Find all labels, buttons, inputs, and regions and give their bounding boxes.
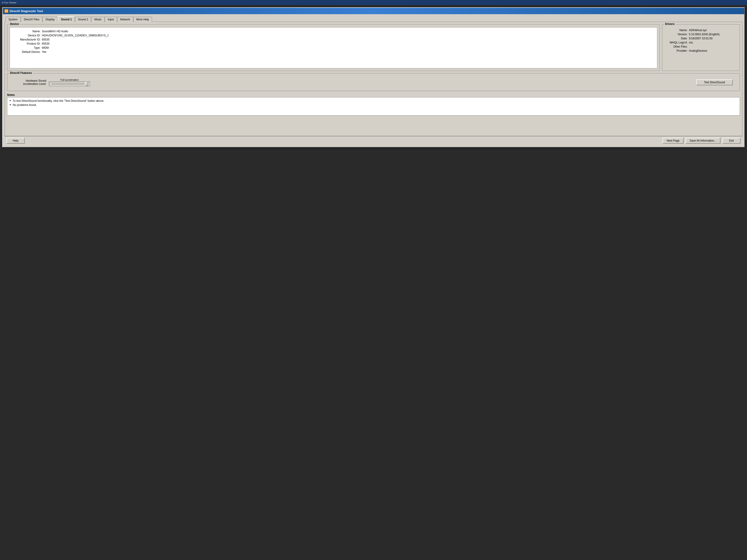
dx-features-label: DirectX Features [9,71,33,75]
whql-value: n/a [689,41,693,44]
tab-sound2[interactable]: Sound 2 [75,17,91,22]
app-icon: DX [5,9,8,13]
driver-date-row: Date: 5/18/2007 10:01:50 [667,37,735,40]
tab-panel-sound1: Device Name: SoundMAX HD Audio Device ID… [5,22,742,136]
type-label: Type: [13,46,41,49]
bottom-bar: Help Next Page Save All Information... E… [5,136,742,145]
note-bullet-1: • [9,99,11,103]
hw-sound-label: Hardware SoundAcceleration Level: [14,79,46,85]
provider-row: Provider: AnalogDevices [667,49,735,52]
tab-bar: System DirectX Files Display Sound 1 Sou… [5,16,742,22]
tab-display[interactable]: Display [43,17,57,22]
driver-date-label: Date: [667,37,688,40]
tick1: · [52,83,53,85]
accel-label-row: Hardware SoundAcceleration Level: Full a… [14,78,90,86]
window-content: System DirectX Files Display Sound 1 Sou… [3,14,744,147]
device-id-value: HDAUDIO\FUNC_01VEN_11D4DEV_1988SUBSYS_1 [42,34,109,37]
tab-music[interactable]: Music [91,17,104,22]
device-id-label: Device ID: [13,34,41,37]
other-files-row: Other Files: [667,45,735,48]
drivers-group-label: Drivers [664,22,675,26]
taskbar-text: d Fax Viewer [2,1,17,4]
dx-features-group: DirectX Features Hardware SoundAccelerat… [7,73,740,91]
acceleration-slider[interactable]: · · · [49,82,90,86]
main-window: DX DirectX Diagnostic Tool System Direct… [2,7,745,147]
driver-version-label: Version: [667,33,688,36]
taskbar: d Fax Viewer [0,0,747,5]
exit-button[interactable]: Exit [722,138,741,144]
provider-label: Provider: [667,49,688,52]
full-accel-text: Full acceleration [60,78,79,81]
default-device-row: Default Device: Yes [13,50,654,54]
device-name-value: SoundMAX HD Audio [42,30,68,33]
other-files-label: Other Files: [667,45,688,48]
tab-network[interactable]: Network [117,17,133,22]
default-device-label: Default Device: [13,50,41,54]
product-id-label: Product ID: [13,42,41,45]
tab-system[interactable]: System [5,17,21,22]
tick3: · [71,83,71,85]
next-page-button[interactable]: Next Page [663,138,684,144]
device-name-row: Name: SoundMAX HD Audio [13,30,654,33]
acceleration-section: Hardware SoundAcceleration Level: Full a… [14,78,90,86]
mfr-id-row: Manufacturer ID: 65535 [13,38,654,41]
note-item-1: • To test DirectSound functionality, cli… [9,99,738,103]
driver-date-value: 5/18/2007 10:01:50 [689,37,713,40]
whql-row: WHQL Logo'd: n/a [667,41,735,44]
tab-directx-files[interactable]: DirectX Files [21,17,42,22]
driver-name-label: Name: [667,29,688,32]
product-id-value: 65535 [42,42,49,45]
drivers-info-box: Name: ADIHdAud.sys Version: 5.10.0001.62… [665,27,738,55]
note-text-1: To test DirectSound functionality, click… [13,99,104,103]
driver-version-value: 5.10.0001.6240 (English) [689,33,720,36]
mfr-id-value: 65535 [42,38,49,41]
type-row: Type: WDM [13,46,654,49]
device-name-label: Name: [13,30,41,33]
device-drivers-row: Device Name: SoundMAX HD Audio Device ID… [7,24,740,73]
product-id-row: Product ID: 65535 [13,42,654,45]
title-bar: DX DirectX Diagnostic Tool [3,8,744,14]
slider-thumb[interactable] [85,82,88,86]
tab-more-help[interactable]: More Help [133,17,152,22]
note-text-2: No problems found. [13,103,37,107]
tick2: · [61,83,62,85]
save-all-button[interactable]: Save All Information... [686,138,720,144]
provider-value: AnalogDevices [689,49,707,52]
slider-line [51,84,88,84]
drivers-group: Drivers Name: ADIHdAud.sys Version: 5.10… [662,24,740,71]
type-value: WDM [42,46,49,49]
device-id-row: Device ID: HDAUDIO\FUNC_01VEN_11D4DEV_19… [13,34,654,37]
notes-label: Notes [7,93,740,97]
driver-version-row: Version: 5.10.0001.6240 (English) [667,33,735,36]
driver-name-value: ADIHdAud.sys [689,29,707,32]
tab-input[interactable]: Input [105,17,117,22]
window-title: DirectX Diagnostic Tool [9,9,742,13]
note-item-2: • No problems found. [9,103,738,107]
mfr-id-label: Manufacturer ID: [13,38,41,41]
notes-section: Notes • To test DirectSound functionalit… [7,93,740,115]
device-info-box: Name: SoundMAX HD Audio Device ID: HDAUD… [9,27,657,69]
device-group: Device Name: SoundMAX HD Audio Device ID… [7,24,660,71]
notes-box: • To test DirectSound functionality, cli… [7,97,740,115]
device-group-label: Device [9,22,20,26]
tab-sound1[interactable]: Sound 1 [58,16,75,22]
slider-container: Full acceleration · · · [49,78,90,86]
note-bullet-2: • [9,103,11,107]
whql-label: WHQL Logo'd: [667,41,688,44]
test-directsound-button[interactable]: Test DirectSound [696,79,733,85]
default-device-value: Yes [42,50,47,54]
dx-features-content: Hardware SoundAcceleration Level: Full a… [9,76,738,88]
help-button[interactable]: Help [6,138,25,144]
driver-name-row: Name: ADIHdAud.sys [667,29,735,32]
